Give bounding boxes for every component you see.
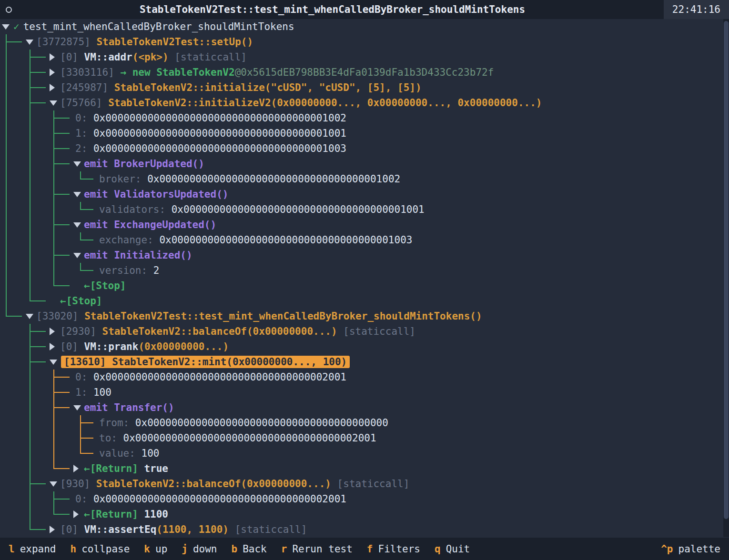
tree-guide — [24, 278, 48, 293]
trace-row[interactable]: 1: 0x00000000000000000000000000000000000… — [0, 126, 729, 141]
tree-guide — [24, 217, 48, 232]
trace-row[interactable]: [0] VM::assertEq(1100, 1100) [staticcall… — [0, 522, 729, 537]
trace-row[interactable]: 1: 100 — [0, 385, 729, 400]
caret-down-icon[interactable] — [71, 217, 84, 232]
trace-row[interactable]: emit ExchangeUpdated() — [0, 217, 729, 232]
trace-row[interactable]: 2: 0x00000000000000000000000000000000000… — [0, 141, 729, 156]
caret-down-icon[interactable] — [48, 95, 60, 110]
trace-row[interactable]: emit Transfer() — [0, 400, 729, 415]
trace-row[interactable]: 0: 0x00000000000000000000000000000000000… — [0, 370, 729, 385]
caret-down-icon[interactable] — [24, 309, 36, 324]
trace-row[interactable]: [33020] StableTokenV2Test::test_mint_whe… — [0, 309, 729, 324]
keybind-label: Back — [243, 543, 267, 555]
trace-row[interactable]: broker: 0x000000000000000000000000000000… — [0, 171, 729, 187]
tree-guide — [0, 507, 24, 522]
trace-row[interactable]: version: 2 — [0, 263, 729, 278]
trace-row[interactable]: validators: 0x00000000000000000000000000… — [0, 202, 729, 217]
trace-row-selected[interactable]: [13610] StableTokenV2::mint(0x00000000..… — [0, 354, 729, 370]
tree-guide — [48, 248, 71, 263]
marker-placeholder — [71, 278, 84, 293]
trace-row[interactable]: to: 0x0000000000000000000000000000000000… — [0, 430, 729, 446]
trace-row[interactable]: ←[Stop] — [0, 293, 729, 309]
tree-guide — [24, 461, 48, 476]
tree-guide — [24, 187, 48, 202]
caret-down-icon[interactable] — [48, 476, 60, 491]
emit-event-label: emit BrokerUpdated() — [84, 158, 204, 170]
clock: 22:41:16 — [664, 0, 729, 19]
caret-right-icon[interactable] — [48, 522, 60, 537]
trace-row[interactable]: emit ValidatorsUpdated() — [0, 187, 729, 202]
tree-guide — [0, 293, 24, 309]
trace-row[interactable]: emit Initialized() — [0, 248, 729, 263]
caret-down-icon[interactable] — [71, 400, 84, 415]
tree-guide — [48, 446, 71, 461]
caret-down-icon[interactable] — [71, 156, 84, 171]
caret-right-icon[interactable] — [71, 507, 84, 522]
caret-right-icon[interactable] — [48, 65, 60, 80]
caret-down-icon[interactable] — [48, 354, 60, 370]
caret-right-icon[interactable] — [48, 80, 60, 95]
keybind-key: j — [182, 543, 188, 555]
trace-row[interactable]: [3772875] StableTokenV2Test::setUp() — [0, 34, 729, 50]
tree-guide — [0, 324, 24, 339]
emit-event-label: emit Transfer() — [84, 402, 174, 413]
trace-row[interactable]: [75766] StableTokenV2::initializeV2(0x00… — [0, 95, 729, 110]
trace-row[interactable]: value: 100 — [0, 446, 729, 461]
caret-shape — [73, 192, 81, 197]
tree-guide — [24, 202, 48, 217]
function-call: StableTokenV2::initialize("cUSD", "cUSD"… — [114, 82, 422, 93]
tree-guide — [48, 171, 71, 187]
trace-row[interactable]: [0] VM::prank(0x00000000...) — [0, 339, 729, 354]
trace-row[interactable]: [3303116] → new StableTokenV2@0x5615dEB7… — [0, 65, 729, 80]
trace-row[interactable]: 0: 0x00000000000000000000000000000000000… — [0, 110, 729, 126]
tree-guide — [48, 263, 71, 278]
caret-down-icon[interactable] — [0, 19, 12, 34]
trace-row[interactable]: ←[Stop] — [0, 278, 729, 293]
caret-right-icon[interactable] — [48, 339, 60, 354]
selection-highlight[interactable]: [13610] StableTokenV2::mint(0x00000000..… — [61, 356, 350, 368]
caret-shape — [73, 253, 81, 258]
tree-guide — [0, 446, 24, 461]
trace-rows: ✓test_mint_whenCalledByBroker_shouldMint… — [0, 19, 729, 537]
tree-guide — [24, 95, 48, 110]
keybind-label: expand — [20, 543, 56, 555]
tree-guide — [71, 446, 95, 461]
tree-guide — [24, 400, 48, 415]
caret-right-icon[interactable] — [71, 461, 84, 476]
trace-row[interactable]: [930] StableTokenV2::balanceOf(0x0000000… — [0, 476, 729, 491]
keybind-expand: lexpand — [9, 543, 56, 555]
caret-shape — [26, 40, 33, 45]
tree-guide — [0, 430, 24, 446]
param-name: from: — [99, 417, 135, 429]
caret-shape — [50, 100, 57, 106]
keybind-key: k — [144, 543, 150, 555]
palette-label: palette — [678, 543, 720, 555]
tree-guide — [0, 522, 24, 537]
param-value: 2 — [153, 265, 160, 276]
caret-down-icon[interactable] — [71, 187, 84, 202]
trace-row[interactable]: [245987] StableTokenV2::initialize("cUSD… — [0, 80, 729, 95]
trace-row[interactable]: emit BrokerUpdated() — [0, 156, 729, 171]
tree-guide — [0, 187, 24, 202]
trace-row[interactable]: ←[Return] true — [0, 461, 729, 476]
trace-row[interactable]: [2930] StableTokenV2::balanceOf(0x000000… — [0, 324, 729, 339]
trace-row[interactable]: ✓test_mint_whenCalledByBroker_shouldMint… — [0, 19, 729, 34]
caret-down-icon[interactable] — [24, 34, 36, 50]
return-value: true — [144, 463, 168, 474]
trace-row[interactable]: ←[Return] 1100 — [0, 507, 729, 522]
tree-guide — [0, 34, 24, 50]
trace-row[interactable]: [0] VM::addr(<pk>) [staticcall] — [0, 50, 729, 65]
return-marker: ←[Return] — [84, 463, 144, 474]
caret-right-icon[interactable] — [48, 50, 60, 65]
trace-row[interactable]: exchange: 0x0000000000000000000000000000… — [0, 232, 729, 248]
trace-row[interactable]: from: 0x00000000000000000000000000000000… — [0, 415, 729, 430]
caret-right-icon[interactable] — [48, 324, 60, 339]
caret-down-icon[interactable] — [71, 248, 84, 263]
scrollbar-thumb[interactable] — [724, 21, 729, 519]
keybind-rerun-test: rRerun test — [281, 543, 353, 555]
trace-row[interactable]: 0: 0x00000000000000000000000000000000000… — [0, 491, 729, 507]
tree-guide — [24, 385, 48, 400]
tree-guide — [48, 461, 71, 476]
param-name: 1: — [75, 128, 93, 139]
param-value: 0x00000000000000000000000000000000000010… — [93, 112, 346, 124]
